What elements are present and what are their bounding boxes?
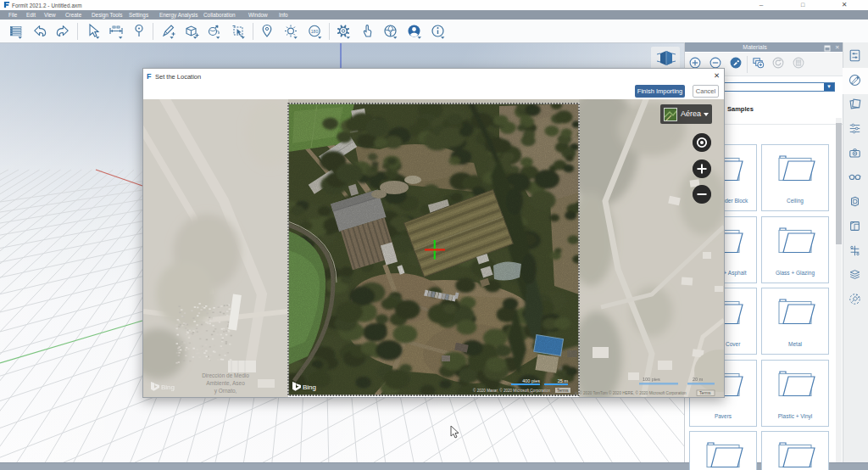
svg-text:y Ornato,: y Ornato,	[214, 388, 237, 394]
svg-text:ar © 2020 TomTom © 2020 HERE,: ar © 2020 TomTom © 2020 HERE, © 2020 Mic…	[575, 390, 687, 395]
svg-text:Bing: Bing	[303, 383, 316, 391]
svg-text:Terms: Terms	[699, 390, 711, 395]
svg-text:Ambiente, Aseo: Ambiente, Aseo	[206, 380, 245, 386]
svg-text:100 pies: 100 pies	[643, 377, 660, 382]
svg-text:20 m: 20 m	[693, 377, 704, 382]
svg-text:400 pies: 400 pies	[522, 378, 540, 383]
svg-text:25 m: 25 m	[558, 378, 569, 383]
svg-text:Dirección de Medio: Dirección de Medio	[202, 372, 249, 378]
svg-text:© 2020 Maxar, © 2020 Microsoft: © 2020 Maxar, © 2020 Microsoft Corporati…	[473, 388, 551, 393]
svg-text:180: 180	[310, 28, 318, 33]
svg-text:Bing: Bing	[161, 383, 175, 391]
svg-text:Terms: Terms	[557, 388, 569, 393]
